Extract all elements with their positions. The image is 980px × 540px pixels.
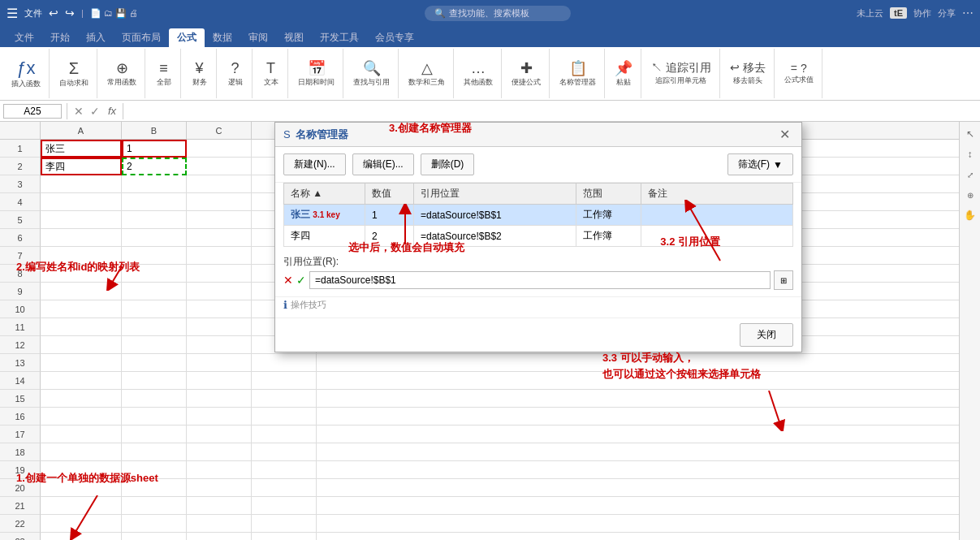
cell-A21[interactable] bbox=[41, 497, 122, 515]
cell-A5[interactable] bbox=[41, 211, 122, 229]
new-btn[interactable]: 新建(N)... bbox=[283, 153, 346, 175]
formula-input[interactable] bbox=[127, 106, 977, 117]
cell-B12[interactable] bbox=[122, 336, 187, 354]
autosum-btn[interactable]: Σ 自动求和 bbox=[56, 56, 92, 92]
sidebar-icon-select[interactable]: ↕ bbox=[961, 145, 979, 163]
insert-func-btn[interactable]: ƒx 插入函数 bbox=[8, 54, 44, 93]
cell-C6[interactable] bbox=[187, 229, 252, 247]
cell-A14[interactable] bbox=[41, 372, 122, 390]
cell-B3[interactable] bbox=[122, 175, 187, 193]
cell-B15[interactable] bbox=[122, 390, 187, 408]
cancel-ref-icon[interactable]: ✕ bbox=[283, 274, 293, 287]
datetime-btn[interactable]: 📅 日期和时间 bbox=[295, 56, 338, 91]
delete-btn[interactable]: 删除(D) bbox=[421, 153, 475, 175]
cell-D20[interactable] bbox=[252, 479, 317, 497]
cell-B23[interactable] bbox=[122, 533, 187, 540]
cell-C17[interactable] bbox=[187, 426, 252, 443]
cell-D14[interactable] bbox=[252, 372, 317, 390]
cell-A17[interactable] bbox=[41, 426, 122, 443]
cell-D21[interactable] bbox=[252, 497, 317, 515]
cell-B11[interactable] bbox=[122, 318, 187, 336]
cell-C11[interactable] bbox=[187, 318, 252, 336]
cell-D18[interactable] bbox=[252, 443, 317, 461]
collab-btn[interactable]: 协作 bbox=[913, 7, 931, 19]
cell-C23[interactable] bbox=[187, 533, 252, 540]
common-func-btn[interactable]: ⊕ 常用函数 bbox=[104, 56, 140, 91]
cell-A4[interactable] bbox=[41, 193, 122, 211]
select-cell-btn[interactable]: ⊞ bbox=[774, 270, 793, 290]
confirm-formula-icon[interactable]: ✓ bbox=[89, 105, 101, 118]
sidebar-icon-move[interactable]: ⤢ bbox=[961, 166, 979, 184]
cell-A23[interactable] bbox=[41, 533, 122, 540]
cell-B10[interactable] bbox=[122, 300, 187, 318]
cell-C14[interactable] bbox=[187, 372, 252, 390]
logic-btn[interactable]: ? 逻辑 bbox=[225, 57, 246, 91]
cell-B2[interactable]: 2 bbox=[122, 158, 187, 175]
cell-B5[interactable] bbox=[122, 211, 187, 229]
cell-C22[interactable] bbox=[187, 515, 252, 533]
cell-C20[interactable] bbox=[187, 479, 252, 497]
cell-C2[interactable] bbox=[187, 158, 252, 175]
cell-B9[interactable] bbox=[122, 283, 187, 300]
trace-prec-btn[interactable]: ↖ 追踪引用 追踪引用单元格 bbox=[648, 58, 714, 89]
cell-D22[interactable] bbox=[252, 515, 317, 533]
cell-B1[interactable]: 1 bbox=[122, 140, 187, 158]
cell-C21[interactable] bbox=[187, 497, 252, 515]
cell-C7[interactable] bbox=[187, 247, 252, 265]
tab-file[interactable]: 文件 bbox=[6, 28, 42, 47]
close-main-btn[interactable]: 关闭 bbox=[740, 323, 793, 347]
more-options-icon[interactable]: ⋯ bbox=[962, 6, 974, 19]
cell-C15[interactable] bbox=[187, 390, 252, 408]
sidebar-icon-hand[interactable]: ✋ bbox=[961, 206, 979, 224]
cell-B13[interactable] bbox=[122, 354, 187, 372]
tab-devtools[interactable]: 开发工具 bbox=[312, 28, 367, 47]
cell-A1[interactable]: 张三 bbox=[41, 140, 122, 158]
sidebar-icon-zoom[interactable]: ⊕ bbox=[961, 186, 979, 204]
cell-C10[interactable] bbox=[187, 300, 252, 318]
tab-home[interactable]: 开始 bbox=[42, 28, 78, 47]
table-row[interactable]: 张三 3.1 key 1 =dataSource!$B$1 工作簿 bbox=[284, 205, 793, 226]
cell-D17[interactable] bbox=[252, 426, 317, 443]
tab-review[interactable]: 审阅 bbox=[240, 28, 276, 47]
tips-text[interactable]: 操作技巧 bbox=[291, 299, 326, 311]
cell-A18[interactable] bbox=[41, 443, 122, 461]
math-btn[interactable]: △ 数学和三角 bbox=[405, 56, 448, 91]
cell-B22[interactable] bbox=[122, 515, 187, 533]
tab-vip[interactable]: 会员专享 bbox=[367, 28, 422, 47]
filter-btn[interactable]: 筛选(F)▼ bbox=[727, 153, 793, 175]
cell-C13[interactable] bbox=[187, 354, 252, 372]
cell-B18[interactable] bbox=[122, 443, 187, 461]
all-btn[interactable]: ≡ 全部 bbox=[153, 57, 175, 91]
cell-C19[interactable] bbox=[187, 461, 252, 479]
redo-icon[interactable]: ↪ bbox=[65, 6, 75, 19]
cell-B17[interactable] bbox=[122, 426, 187, 443]
paste-btn[interactable]: 📌 粘贴 bbox=[611, 56, 636, 91]
remove-arrows-btn[interactable]: ↩ 移去 移去箭头 bbox=[727, 58, 769, 89]
cell-B21[interactable] bbox=[122, 497, 187, 515]
cell-A12[interactable] bbox=[41, 336, 122, 354]
hamburger-icon[interactable]: ☰ bbox=[6, 6, 18, 21]
quick-formula-btn[interactable]: ✚ 便捷公式 bbox=[508, 56, 544, 91]
cell-C3[interactable] bbox=[187, 175, 252, 193]
other-func-btn[interactable]: … 其他函数 bbox=[460, 57, 496, 91]
cell-B6[interactable] bbox=[122, 229, 187, 247]
dialog-close-btn[interactable]: ✕ bbox=[776, 127, 793, 142]
ref-input[interactable] bbox=[309, 271, 771, 289]
lookup-btn[interactable]: 🔍 查找与引用 bbox=[350, 56, 393, 91]
cell-C9[interactable] bbox=[187, 283, 252, 300]
eval-btn[interactable]: = ? 公式求值 bbox=[781, 58, 817, 89]
tab-insert[interactable]: 插入 bbox=[78, 28, 114, 47]
cancel-formula-icon[interactable]: ✕ bbox=[72, 105, 85, 118]
cell-A2[interactable]: 李四 bbox=[41, 158, 122, 175]
cell-C5[interactable] bbox=[187, 211, 252, 229]
cell-A10[interactable] bbox=[41, 300, 122, 318]
sidebar-icon-cursor[interactable]: ↖ bbox=[961, 125, 979, 143]
cell-D13[interactable] bbox=[252, 354, 317, 372]
cell-A9[interactable] bbox=[41, 283, 122, 300]
name-manager-ribbon-btn[interactable]: 📋 名称管理器 bbox=[556, 56, 599, 91]
undo-icon[interactable]: ↩ bbox=[49, 6, 58, 19]
confirm-ref-icon[interactable]: ✓ bbox=[296, 274, 306, 287]
edit-btn[interactable]: 编辑(E)... bbox=[352, 153, 414, 175]
cell-D16[interactable] bbox=[252, 408, 317, 426]
cell-B4[interactable] bbox=[122, 193, 187, 211]
